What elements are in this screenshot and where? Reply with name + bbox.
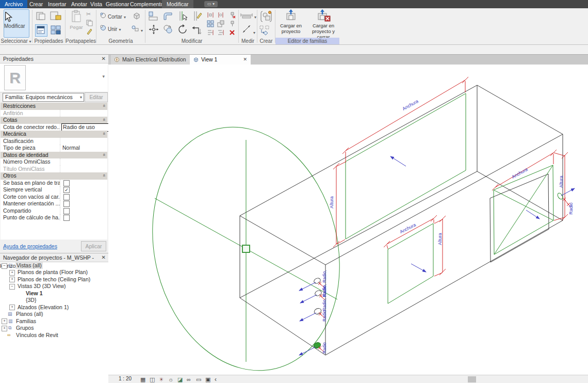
- array-icon[interactable]: [207, 20, 214, 27]
- edit-type-button[interactable]: Editar tipo: [85, 92, 108, 102]
- collapse-toggle[interactable]: −: [2, 263, 7, 269]
- apply-button[interactable]: Aplicar: [81, 241, 106, 251]
- property-row-checkbox[interactable]: Se basa en plano de tra...: [1, 180, 107, 187]
- trim-corner-button[interactable]: [191, 24, 203, 36]
- property-row-checkbox[interactable]: Compartido: [1, 208, 107, 215]
- tree-item-sheets[interactable]: ▤ Planos (all): [0, 311, 108, 317]
- align-dim2-icon[interactable]: [217, 29, 224, 36]
- property-row[interactable]: Título OmniClass: [1, 166, 107, 173]
- paste-button[interactable]: Pegar: [69, 10, 84, 36]
- tab-archivo[interactable]: Archivo: [0, 0, 27, 8]
- close-icon[interactable]: ✕: [102, 55, 106, 63]
- measure-button[interactable]: ▾: [240, 12, 256, 20]
- tree-item-ceiling-plans[interactable]: + Planos de techo (Ceiling Plan): [0, 276, 108, 283]
- property-row-checkbox[interactable]: Corte con vacíos al car...: [1, 194, 107, 201]
- property-row[interactable]: Clasificación: [1, 138, 107, 146]
- tree-item-revit-links[interactable]: ∞ Vínculos de Revit: [0, 332, 108, 339]
- tree-item-elevations[interactable]: + Alzados (Elevation 1): [0, 304, 108, 311]
- equipment-box[interactable]: [240, 85, 563, 355]
- match-type-icon[interactable]: [86, 28, 93, 36]
- close-view-icon[interactable]: ✕: [243, 55, 247, 65]
- reveal-hidden-icon[interactable]: ∞: [187, 375, 191, 383]
- connector-tools-icon[interactable]: ▾: [131, 25, 143, 33]
- collapse-toggle[interactable]: −: [9, 284, 15, 290]
- panel-label-propiedades[interactable]: Propiedades: [32, 38, 65, 44]
- checkbox[interactable]: [63, 215, 70, 221]
- split-dimension-icon[interactable]: [207, 11, 214, 19]
- scale-icon[interactable]: [217, 20, 224, 27]
- create-group-button[interactable]: [259, 10, 273, 24]
- tree-item-vistas[interactable]: − ◱ Vistas (all): [0, 262, 108, 269]
- align-dim-icon[interactable]: [207, 29, 214, 36]
- property-row-checkbox[interactable]: Mantener orientación ...: [1, 200, 107, 208]
- horizontal-scrollbar-thumb[interactable]: [468, 376, 476, 382]
- reveal-constraints-icon[interactable]: ▣: [205, 375, 210, 383]
- crop-region-icon[interactable]: ▭: [196, 375, 201, 383]
- modify-button[interactable]: Modificar: [4, 9, 29, 38]
- fillet-button[interactable]: [162, 10, 174, 23]
- expand-toggle[interactable]: +: [2, 326, 7, 331]
- join-geometry-button[interactable]: Unir ▾: [100, 25, 121, 32]
- expand-toggle[interactable]: +: [2, 318, 7, 324]
- expand-toggle[interactable]: +: [9, 305, 15, 310]
- checkbox[interactable]: [63, 201, 70, 207]
- close-icon[interactable]: ✕: [102, 253, 106, 262]
- unpin-icon[interactable]: [228, 11, 236, 19]
- crop-view-icon[interactable]: ◪: [177, 375, 183, 383]
- checkbox[interactable]: ✓: [63, 187, 70, 193]
- trim-extend-button[interactable]: [177, 10, 188, 23]
- checkbox[interactable]: [63, 180, 70, 186]
- panel-label-portapapeles[interactable]: Portapapeles: [66, 38, 96, 44]
- section-header[interactable]: Datos de identidad«: [1, 152, 107, 159]
- offset-icon[interactable]: [217, 11, 224, 19]
- properties-grid-button[interactable]: [50, 24, 61, 36]
- load-into-project-and-close-button[interactable]: Cargar enproyecto y cerrar: [307, 9, 339, 37]
- rotate-button[interactable]: [177, 24, 188, 36]
- expand-toggle[interactable]: +: [9, 277, 15, 282]
- family-types-button[interactable]: [35, 10, 46, 22]
- checkbox[interactable]: [63, 208, 70, 214]
- property-row-checkbox[interactable]: Siempre vertical✓: [1, 186, 107, 194]
- ribbon-display-toggle[interactable]: ▭ ▾: [204, 1, 218, 7]
- property-row[interactable]: Número OmniClass: [1, 158, 107, 166]
- type-selector[interactable]: Familia: Equipos mecánicos ▾: [3, 93, 84, 102]
- properties-window-button[interactable]: [50, 10, 62, 22]
- tree-item-groups[interactable]: + ⧉ Grupos: [0, 325, 108, 331]
- section-header[interactable]: Restricciones«: [1, 103, 107, 110]
- panel-label-crear[interactable]: Crear: [257, 38, 275, 44]
- measure-angle-button[interactable]: ▾: [241, 24, 255, 35]
- tree-item-families[interactable]: + ▥ Familias: [0, 318, 108, 325]
- detail-level-icon[interactable]: ▦: [140, 375, 145, 383]
- shadows-icon[interactable]: ☼: [168, 375, 173, 383]
- section-header[interactable]: Otros«: [1, 172, 107, 180]
- solid-tools-icon[interactable]: [132, 11, 141, 22]
- cut-icon[interactable]: ✂: [86, 11, 91, 18]
- tree-item-3d-views[interactable]: − Vistas 3D (3D View): [0, 283, 108, 290]
- tree-item-3d[interactable]: {3D}: [0, 297, 108, 304]
- align-button[interactable]: [148, 10, 159, 23]
- panel-label-modificar[interactable]: Modificar: [145, 38, 238, 44]
- checkbox[interactable]: [63, 194, 70, 200]
- delete-icon[interactable]: [228, 29, 236, 36]
- center-handle[interactable]: [242, 245, 250, 252]
- split-element-button[interactable]: [191, 10, 203, 23]
- connector-plate-right[interactable]: [490, 165, 553, 262]
- tree-item-view-1[interactable]: View 1: [0, 290, 108, 297]
- property-row[interactable]: Anfitrión: [1, 110, 107, 118]
- create-similar-button[interactable]: [259, 25, 271, 37]
- collapse-bar-icon[interactable]: ‹: [215, 375, 217, 383]
- panel-label-geometria[interactable]: Geometría: [96, 38, 145, 44]
- panel-label-medir[interactable]: Medir: [239, 38, 257, 44]
- property-row[interactable]: Tipo de piezaNormal: [1, 145, 107, 152]
- view-tab-main-electrical[interactable]: Main Electrical Distribution: [111, 55, 201, 65]
- copy-icon[interactable]: [86, 20, 93, 27]
- panel-label-editor-de-familias[interactable]: Editor de familias: [275, 38, 339, 44]
- move-button[interactable]: [148, 24, 159, 36]
- view-scale[interactable]: 1 : 20: [119, 376, 132, 381]
- sun-path-icon[interactable]: ☀: [159, 375, 164, 383]
- dimension-lines[interactable]: [318, 77, 570, 352]
- tree-item-floor-plans[interactable]: + Planos de planta (Floor Plan): [0, 269, 108, 276]
- cylinder-circle[interactable]: [127, 107, 364, 375]
- drawing-area[interactable]: Anchura Altura Anchura Altura Anchura Al…: [108, 65, 588, 375]
- cut-geometry-button[interactable]: Cortar ▾: [100, 12, 126, 20]
